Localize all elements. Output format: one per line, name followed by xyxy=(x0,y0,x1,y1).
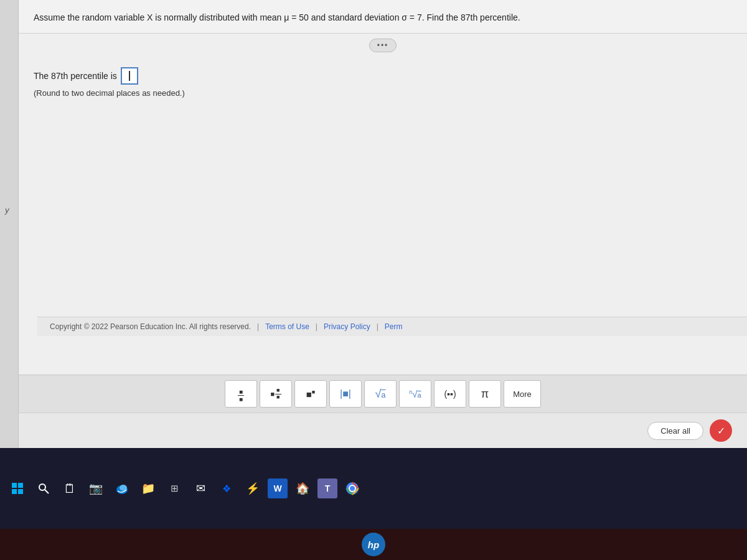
svg-line-5 xyxy=(45,490,49,493)
sidebar-letter: y xyxy=(5,205,9,215)
absolute-value-icon: |■| xyxy=(340,388,351,399)
action-bar: Clear all ✓ xyxy=(19,413,747,448)
terms-of-use-link[interactable]: Terms of Use xyxy=(265,322,309,331)
fraction-icon: ■ ■ xyxy=(238,385,244,403)
dots-container: ••• xyxy=(19,34,747,55)
dropbox-button[interactable]: ❖ xyxy=(215,477,238,500)
svg-point-4 xyxy=(39,484,45,490)
sqrt-icon: √a xyxy=(375,388,385,401)
left-sidebar-strip: y xyxy=(0,0,19,448)
parenthesis-button[interactable]: (▪▪) xyxy=(434,380,466,408)
mixed-number-icon: ■ ■ ■ xyxy=(270,388,281,401)
privacy-policy-link[interactable]: Privacy Policy xyxy=(324,322,370,331)
cursor xyxy=(129,71,130,81)
superscript-icon: ■■ xyxy=(306,389,316,399)
hp-bar: hp xyxy=(0,529,747,560)
sub-text: (Round to two decimal places as needed.) xyxy=(34,88,732,98)
check-button[interactable]: ✓ xyxy=(710,419,732,442)
taskbar: 🗒 📷 📁 ⊞ ✉ ❖ ⚡ W 🏠 T xyxy=(0,448,747,529)
svg-rect-3 xyxy=(18,489,23,494)
svg-point-10 xyxy=(350,486,355,491)
windows-icon xyxy=(11,482,24,495)
copyright-text: Copyright © 2022 Pearson Education Inc. … xyxy=(50,322,251,331)
files-button[interactable]: 📁 xyxy=(137,477,159,500)
edge-icon xyxy=(115,482,129,495)
clear-all-button[interactable]: Clear all xyxy=(647,422,703,440)
permissions-link[interactable]: Perm xyxy=(385,322,403,331)
sqrt-button[interactable]: √a xyxy=(364,380,397,408)
expand-button[interactable]: ••• xyxy=(369,39,397,52)
mixed-number-button[interactable]: ■ ■ ■ xyxy=(260,380,292,408)
svg-rect-0 xyxy=(12,483,17,488)
mail-button[interactable]: ✉ xyxy=(189,477,212,500)
svg-rect-1 xyxy=(18,483,23,488)
start-button[interactable] xyxy=(6,477,29,500)
lightning-button[interactable]: ⚡ xyxy=(242,477,264,500)
more-button[interactable]: More xyxy=(504,380,541,408)
fraction-button[interactable]: ■ ■ xyxy=(225,380,257,408)
apps-button[interactable]: ⊞ xyxy=(163,477,186,500)
check-icon: ✓ xyxy=(717,425,725,437)
svg-rect-2 xyxy=(12,489,17,494)
superscript-button[interactable]: ■■ xyxy=(294,380,327,408)
hp-logo-text: hp xyxy=(368,539,379,550)
answer-input[interactable] xyxy=(121,67,138,85)
chrome-icon xyxy=(345,481,360,496)
teams-button[interactable]: T xyxy=(317,478,337,498)
word-button[interactable]: W xyxy=(268,478,288,498)
chrome-button[interactable] xyxy=(341,477,364,500)
more-label: More xyxy=(513,390,532,399)
answer-line: The 87th percentile is xyxy=(34,67,732,85)
search-taskbar-icon xyxy=(37,482,50,495)
math-toolbar: ■ ■ ■ ■ ■ ■■ xyxy=(19,375,747,413)
nth-root-button[interactable]: n√a xyxy=(399,380,431,408)
copyright-bar: Copyright © 2022 Pearson Education Inc. … xyxy=(37,317,747,336)
home-button[interactable]: 🏠 xyxy=(291,477,314,500)
edge-button[interactable] xyxy=(111,477,133,500)
nth-root-icon: n√a xyxy=(409,389,421,399)
absolute-value-button[interactable]: |■| xyxy=(329,380,362,408)
answer-label: The 87th percentile is xyxy=(34,71,117,81)
main-content: y Assume the random variable X is normal… xyxy=(0,0,747,448)
notes-button[interactable]: 🗒 xyxy=(59,477,81,500)
content-area: Assume the random variable X is normally… xyxy=(19,0,747,448)
question-text: Assume the random variable X is normally… xyxy=(34,11,732,24)
camera-button[interactable]: 📷 xyxy=(85,477,107,500)
question-section: Assume the random variable X is normally… xyxy=(19,0,747,34)
parenthesis-icon: (▪▪) xyxy=(444,389,456,399)
hp-logo: hp xyxy=(362,533,385,556)
pi-icon: π xyxy=(481,388,489,401)
search-taskbar-button[interactable] xyxy=(32,477,55,500)
pi-button[interactable]: π xyxy=(469,380,501,408)
